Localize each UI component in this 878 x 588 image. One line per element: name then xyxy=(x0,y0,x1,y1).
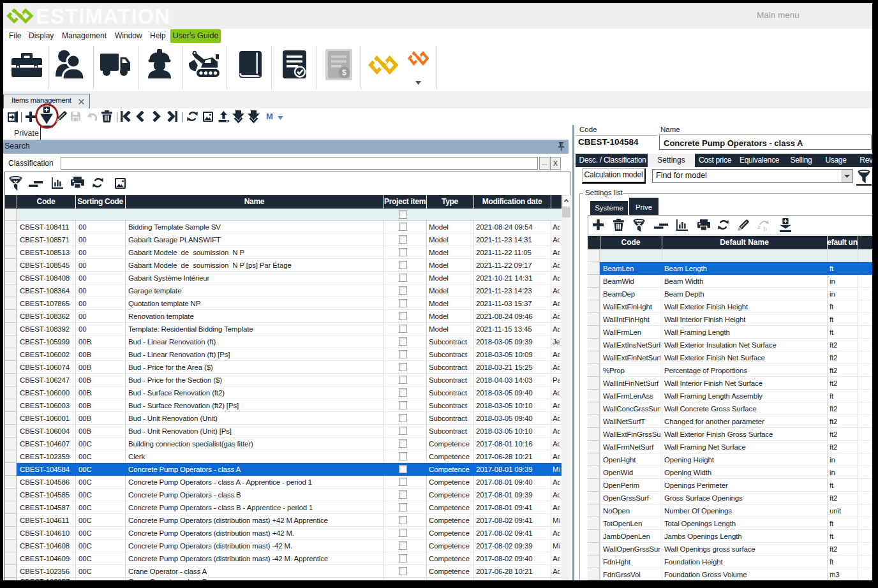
svg-text:$: $ xyxy=(342,68,346,77)
svg-text:b: b xyxy=(764,225,767,231)
svg-text:a: a xyxy=(757,223,761,230)
